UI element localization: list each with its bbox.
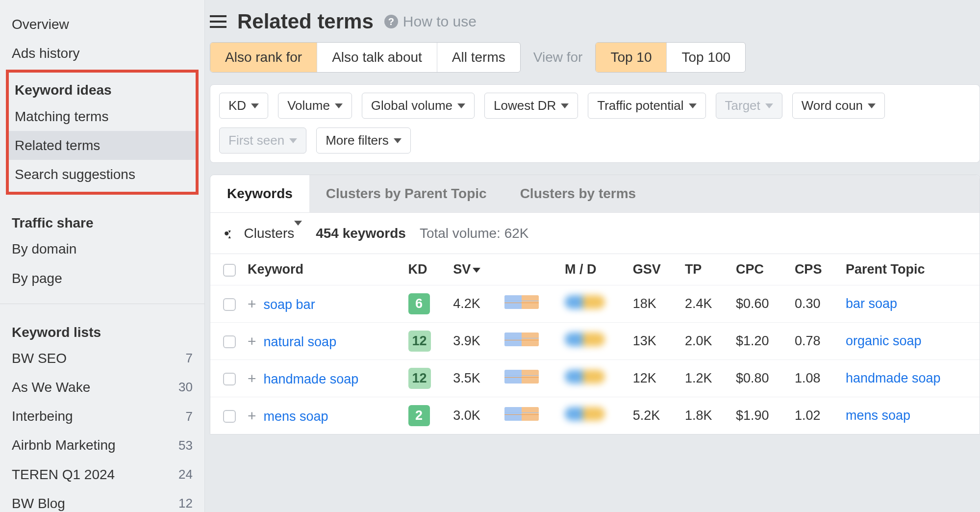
help-icon: ? xyxy=(384,15,398,28)
tab-also-talk-about[interactable]: Also talk about xyxy=(317,43,437,72)
col-sv[interactable]: SV xyxy=(447,254,499,285)
sidebar-item-by-page[interactable]: By page xyxy=(0,264,204,293)
expand-icon[interactable]: + xyxy=(248,408,256,424)
sidebar-item-by-domain[interactable]: By domain xyxy=(0,234,204,263)
expand-icon[interactable]: + xyxy=(248,333,256,349)
result-tab-clusters-parent[interactable]: Clusters by Parent Topic xyxy=(309,175,503,212)
hamburger-icon[interactable] xyxy=(210,15,226,28)
filter-volume[interactable]: Volume xyxy=(278,93,352,119)
md-blur xyxy=(565,407,605,421)
chevron-down-icon xyxy=(394,138,402,143)
select-all-checkbox[interactable] xyxy=(223,264,236,277)
sv-value: 3.5K xyxy=(447,360,499,397)
chevron-down-icon xyxy=(561,103,569,108)
sidebar-list-item[interactable]: BW SEO7 xyxy=(0,344,204,373)
sidebar-list-item[interactable]: Interbeing7 xyxy=(0,402,204,431)
list-name: Airbnb Marketing xyxy=(12,435,116,455)
tab-top-10[interactable]: Top 10 xyxy=(596,43,667,72)
kd-badge: 12 xyxy=(408,368,431,389)
result-tabs: Keywords Clusters by Parent Topic Cluste… xyxy=(210,175,980,213)
parent-topic-link[interactable]: mens soap xyxy=(846,408,910,423)
tp-value: 2.4K xyxy=(679,285,730,323)
col-tp[interactable]: TP xyxy=(679,254,730,285)
parent-topic-link[interactable]: handmade soap xyxy=(846,371,941,385)
row-checkbox[interactable] xyxy=(223,410,236,423)
sidebar-item-search-suggestions[interactable]: Search suggestions xyxy=(9,160,196,189)
list-count: 7 xyxy=(186,349,193,367)
keyword-link[interactable]: natural soap xyxy=(264,334,337,349)
expand-icon[interactable]: + xyxy=(248,370,256,386)
tab-all-terms[interactable]: All terms xyxy=(437,43,520,72)
chevron-down-icon xyxy=(335,103,343,108)
list-name: BW SEO xyxy=(12,349,67,368)
result-tab-clusters-terms[interactable]: Clusters by terms xyxy=(503,175,653,212)
col-md[interactable]: M / D xyxy=(559,254,627,285)
sidebar-item-ads-history[interactable]: Ads history xyxy=(0,39,204,68)
result-tab-keywords[interactable]: Keywords xyxy=(210,175,309,212)
keyword-ideas-highlight: Keyword ideas Matching terms Related ter… xyxy=(6,70,199,195)
tp-value: 2.0K xyxy=(679,323,730,360)
main-content: Related terms ? How to use Also rank for… xyxy=(205,0,980,512)
mode-tabs: Also rank for Also talk about All terms xyxy=(210,42,521,73)
parent-topic-link[interactable]: bar soap xyxy=(846,296,897,311)
col-cps[interactable]: CPS xyxy=(789,254,840,285)
keyword-link[interactable]: soap bar xyxy=(264,297,315,312)
filter-word-coun[interactable]: Word coun xyxy=(792,93,885,119)
how-to-use-link[interactable]: ? How to use xyxy=(384,13,477,30)
chevron-down-icon xyxy=(457,103,465,108)
sidebar-list-item[interactable]: BW Blog12 xyxy=(0,489,204,512)
filter-label: Global volume xyxy=(371,98,452,113)
row-checkbox[interactable] xyxy=(223,373,236,385)
view-for-label: View for xyxy=(533,50,583,65)
list-count: 30 xyxy=(178,378,193,396)
clusters-dropdown[interactable]: Clusters xyxy=(244,226,302,241)
sidebar-list-item[interactable]: As We Wake30 xyxy=(0,373,204,402)
tab-also-rank-for[interactable]: Also rank for xyxy=(210,43,317,72)
cpc-value: $1.20 xyxy=(730,323,789,360)
trend-sparkline xyxy=(504,295,539,309)
list-count: 7 xyxy=(186,408,193,425)
cpc-value: $0.60 xyxy=(730,285,789,323)
filter-traffic-potential[interactable]: Traffic potential xyxy=(588,93,705,119)
tab-top-100[interactable]: Top 100 xyxy=(667,43,745,72)
list-name: Interbeing xyxy=(12,407,73,426)
chevron-down-icon xyxy=(689,103,697,108)
col-kd[interactable]: KD xyxy=(402,254,448,285)
sidebar-item-matching-terms[interactable]: Matching terms xyxy=(9,102,196,131)
row-checkbox[interactable] xyxy=(223,335,236,348)
parent-topic-link[interactable]: organic soap xyxy=(846,333,922,348)
tp-value: 1.2K xyxy=(679,360,730,397)
filter-lowest-dr[interactable]: Lowest DR xyxy=(484,93,578,119)
cps-value: 1.02 xyxy=(789,397,840,435)
sv-value: 4.2K xyxy=(447,285,499,323)
sidebar-item-overview[interactable]: Overview xyxy=(0,10,204,39)
list-name: BW Blog xyxy=(12,494,65,512)
keywords-table: Keyword KD SV M / D GSV TP CPC CPS Paren… xyxy=(210,254,980,434)
sidebar-list-item[interactable]: Airbnb Marketing53 xyxy=(0,431,204,460)
filters-panel: KDVolumeGlobal volumeLowest DRTraffic po… xyxy=(210,84,980,163)
table-row: + mens soap23.0K5.2K1.8K$1.901.02mens so… xyxy=(210,397,980,435)
kd-badge: 6 xyxy=(408,293,430,314)
col-gsv[interactable]: GSV xyxy=(627,254,679,285)
sidebar-list-item[interactable]: TEREN Q1 202424 xyxy=(0,460,204,489)
keyword-link[interactable]: handmade soap xyxy=(264,372,359,386)
filter-label: Target xyxy=(725,98,760,113)
sidebar-item-related-terms[interactable]: Related terms xyxy=(9,131,196,160)
col-keyword[interactable]: Keyword xyxy=(242,254,402,285)
filter-global-volume[interactable]: Global volume xyxy=(362,93,475,119)
row-checkbox[interactable] xyxy=(223,298,236,311)
keywords-count: 454 keywords xyxy=(316,226,406,241)
filter-more-filters[interactable]: More filters xyxy=(316,128,411,154)
cpc-value: $1.90 xyxy=(730,397,789,435)
expand-icon[interactable]: + xyxy=(248,296,256,312)
col-parent[interactable]: Parent Topic xyxy=(840,254,980,285)
trend-sparkline xyxy=(504,370,539,384)
total-volume: Total volume: 62K xyxy=(420,226,529,241)
filter-kd[interactable]: KD xyxy=(219,93,268,119)
chevron-down-icon xyxy=(294,221,302,241)
keyword-link[interactable]: mens soap xyxy=(264,409,328,424)
trend-sparkline xyxy=(504,407,539,421)
chevron-down-icon xyxy=(251,103,259,108)
col-cpc[interactable]: CPC xyxy=(730,254,789,285)
chevron-down-icon xyxy=(765,103,773,108)
